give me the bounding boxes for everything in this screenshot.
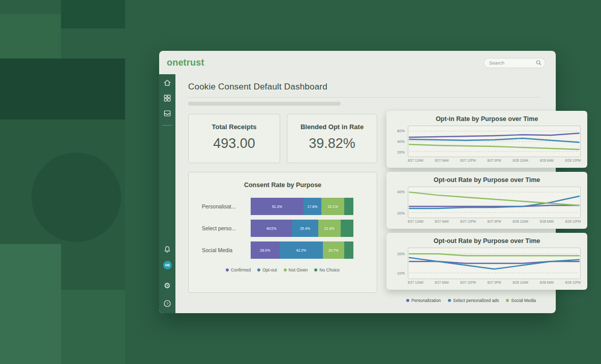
- legend-dot: [314, 268, 317, 271]
- apps-grid-icon: [163, 94, 171, 102]
- kpi-card-blended-opt-in-rate: Blended Opt in Rate 39.82%: [287, 114, 377, 163]
- row-label: Social Media: [202, 247, 251, 253]
- bell-icon: [163, 246, 171, 254]
- legend-dot: [257, 268, 260, 271]
- legend-label: No Choice: [319, 267, 340, 272]
- background-shape: [61, 0, 125, 28]
- chart-row: Personalisat... 51.3%17.6%22.1%: [202, 198, 353, 215]
- chart-row: Select perso... 40/2%25.4%21.9%: [202, 220, 353, 237]
- y-axis: 20%10%: [393, 248, 408, 279]
- line-plot: [408, 248, 581, 279]
- row-label: Select perso...: [202, 225, 251, 231]
- chart-body: 20%10%: [393, 248, 581, 279]
- legend-label: Personalization: [411, 298, 441, 303]
- line-chart-svg: [408, 126, 580, 157]
- desktop-background: onetrust: [0, 0, 601, 364]
- loading-bar: [188, 102, 341, 106]
- notifications-button[interactable]: [163, 245, 172, 254]
- chart-body: 60%40%20%: [393, 126, 581, 157]
- legend-item: Select personalized ads: [448, 298, 499, 303]
- legend-item: Personalization: [406, 298, 441, 303]
- question-icon: ?: [163, 299, 171, 308]
- opt-out-rate-chart-card-2: Opt-out Rate by Purpose over Time 20%10%…: [386, 233, 587, 290]
- legend-label: Opt-out: [262, 267, 277, 272]
- line-plot: [408, 126, 581, 157]
- search-box: [484, 57, 546, 68]
- line-chart-svg: [408, 248, 580, 279]
- legend-dot: [448, 299, 451, 302]
- x-axis: 8/27 12AM8/27 6AM8/27 12PM8/27 6PM8/28 1…: [408, 159, 581, 162]
- kpi-value: 493.00: [189, 136, 280, 151]
- gear-icon: ⚙: [164, 282, 170, 289]
- line-chart-svg: [408, 187, 580, 218]
- background-circle: [32, 153, 121, 242]
- background-shape: [0, 14, 61, 58]
- x-axis: 8/27 12AM8/27 6AM8/27 12PM8/27 6PM8/28 1…: [408, 220, 581, 223]
- kpi-card-total-receipts: Total Receipts 493.00: [188, 114, 280, 163]
- svg-text:?: ?: [166, 301, 168, 306]
- onetrust-logo[interactable]: onetrust: [167, 57, 204, 68]
- chart-body: 40%20%: [393, 187, 581, 218]
- legend-item: Confirmed: [226, 267, 251, 272]
- legend-dot: [506, 299, 509, 302]
- sidebar-item-apps[interactable]: [163, 94, 172, 103]
- chart-title: Opt-out Rate by Purpose over Time: [393, 176, 581, 184]
- line-charts-legend: Personalization Select personalized ads …: [386, 298, 556, 303]
- chart-title: Consent Rate by Purpose: [189, 181, 377, 189]
- x-axis: 8/27 12AM8/27 6AM8/27 12PM8/27 6PM8/28 1…: [408, 281, 581, 284]
- background-shape: [61, 244, 125, 290]
- stacked-bar: 28.0%42.2%20.7%: [251, 241, 353, 259]
- app-window: onetrust: [159, 51, 556, 313]
- chart-title: Opt-out Rate by Purpose over Time: [393, 237, 581, 245]
- legend-item: Not Given: [284, 267, 308, 272]
- title-divider: [188, 97, 540, 98]
- background-shape: [0, 244, 61, 364]
- kpi-label: Blended Opt in Rate: [287, 123, 377, 131]
- sidebar: HB ⚙ ?: [159, 74, 175, 313]
- y-axis: 40%20%: [393, 187, 408, 218]
- stacked-bar: 40/2%25.4%21.9%: [251, 220, 353, 237]
- legend-label: Select personalized ads: [453, 298, 499, 303]
- legend-dot: [226, 268, 229, 271]
- legend-item: Opt-out: [257, 267, 277, 272]
- help-button[interactable]: ?: [163, 299, 172, 308]
- sidebar-divider: [162, 125, 172, 126]
- legend-dot: [406, 299, 409, 302]
- inbox-tray-icon: [163, 109, 171, 117]
- legend-item: Social Media: [506, 298, 536, 303]
- app-header: onetrust: [159, 51, 556, 74]
- consent-legend: Confirmed Opt-out Not Given No Choice: [189, 267, 377, 272]
- sidebar-item-home[interactable]: [163, 78, 172, 87]
- opt-in-rate-chart-card: Opt-in Rate by Purpose over Time 60%40%2…: [386, 111, 587, 168]
- kpi-label: Total Receipts: [189, 123, 280, 131]
- stacked-bar: 51.3%17.6%22.1%: [251, 198, 353, 215]
- user-avatar[interactable]: HB: [163, 260, 172, 269]
- background-shape: [0, 58, 125, 119]
- legend-dot: [284, 268, 287, 271]
- row-label: Personalisat...: [202, 203, 251, 209]
- legend-label: Social Media: [511, 298, 536, 303]
- y-axis: 60%40%20%: [393, 126, 408, 157]
- opt-out-rate-chart-card: Opt-out Rate by Purpose over Time 40%20%…: [386, 172, 587, 229]
- chart-row: Social Media 28.0%42.2%20.7%: [202, 241, 353, 259]
- sidebar-item-inbox[interactable]: [163, 109, 172, 118]
- stacked-bar-chart: Personalisat... 51.3%17.6%22.1% Select p…: [189, 198, 377, 259]
- avatar-initials: HB: [163, 261, 172, 269]
- page-title: Cookie Consent Default Dashboard: [188, 82, 327, 92]
- chart-title: Opt-in Rate by Purpose over Time: [393, 115, 581, 123]
- legend-label: Not Given: [289, 267, 308, 272]
- kpi-value: 39.82%: [287, 136, 377, 151]
- consent-rate-chart-card: Consent Rate by Purpose Personalisat... …: [188, 172, 377, 293]
- background-shape: [61, 290, 125, 364]
- settings-button[interactable]: ⚙: [163, 281, 172, 290]
- legend-label: Confirmed: [231, 267, 251, 272]
- search-icon: [535, 59, 542, 66]
- line-plot: [408, 187, 581, 218]
- home-icon: [163, 79, 171, 87]
- legend-item: No Choice: [314, 267, 340, 272]
